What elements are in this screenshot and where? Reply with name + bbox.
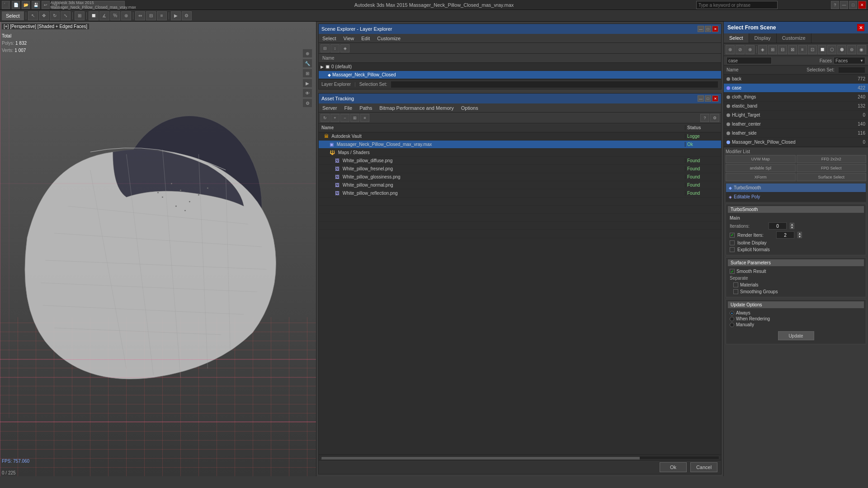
at-row-texture-2[interactable]: 🖼 White_pillow_glossiness.png Found [319, 173, 721, 181]
snap-toggle-icon[interactable]: 🔲 [89, 11, 99, 20]
se-display-icon[interactable]: ◈ [340, 44, 349, 52]
mod-tab-fpd[interactable]: FPD Select [797, 164, 867, 172]
sfs-filter9-icon[interactable]: ⬢ [837, 45, 846, 54]
display-icon[interactable]: 👁 [302, 89, 312, 98]
mod-tab-ffd[interactable]: FFD 2x2x2 [797, 155, 867, 163]
close-btn[interactable]: ✕ [858, 1, 866, 9]
ok-button[interactable]: Ok [660, 462, 687, 472]
ts-render-up[interactable]: ▲ [797, 232, 802, 235]
rotate-icon[interactable]: ↻ [50, 11, 60, 20]
at-close-btn[interactable]: ✕ [712, 95, 718, 102]
at-menu-paths[interactable]: Paths [356, 103, 376, 113]
at-row-texture-4[interactable]: 🖼 White_pillow_reflection.png Found [319, 189, 721, 197]
align-icon[interactable]: ⊟ [146, 11, 156, 20]
undo-icon[interactable]: ↩ [42, 1, 50, 9]
sfs-close-btn[interactable]: ✕ [857, 24, 864, 31]
se-maximize-btn[interactable]: □ [705, 26, 711, 32]
at-menu-server[interactable]: Server [319, 103, 340, 113]
at-add-icon[interactable]: + [330, 114, 340, 122]
app-icon[interactable]: ⬛ [2, 1, 10, 9]
ts-render-checkbox[interactable] [730, 233, 735, 238]
sfs-filter2-icon[interactable]: ⊞ [768, 45, 777, 54]
ts-iter-up[interactable]: ▲ [790, 223, 794, 226]
maximize-btn[interactable]: □ [849, 1, 857, 9]
minimize-btn[interactable]: — [840, 1, 848, 9]
motion-icon[interactable]: ▶ [302, 79, 312, 88]
sfs-tab-display[interactable]: Display [749, 33, 777, 43]
ts-iter-down[interactable]: ▼ [790, 226, 794, 229]
sfs-filter1-icon[interactable]: ◈ [758, 45, 767, 54]
at-minimize-btn[interactable]: — [698, 95, 704, 102]
search-input[interactable] [696, 1, 778, 9]
utilities-icon[interactable]: ⚙ [302, 99, 312, 108]
ts-render-value[interactable]: 2 [776, 231, 794, 239]
faces-dropdown[interactable]: Faces ▼ [834, 57, 865, 64]
se-menu-view[interactable]: View [340, 34, 358, 43]
sfs-filter8-icon[interactable]: ⬡ [827, 45, 836, 54]
sfs-all-icon[interactable]: ⊛ [726, 45, 735, 54]
sp-smooth-checkbox[interactable] [730, 269, 735, 274]
select-object-icon[interactable]: ↖ [28, 11, 38, 20]
mod-editablepoly[interactable]: ◈ Editable Poly [726, 192, 866, 202]
save-icon[interactable]: 💾 [32, 1, 40, 9]
se-sort-icon[interactable]: ↕ [330, 44, 340, 52]
tree-row-default[interactable]: ▶ 🔲 0 (default) [319, 63, 721, 71]
uo-manually-radio[interactable] [730, 323, 734, 327]
at-row-maps[interactable]: 🔱 Maps / Shaders [319, 149, 721, 157]
move-icon[interactable]: ✥ [39, 11, 49, 20]
tree-row-object[interactable]: ◆ Massager_Neck_Pillow_Closed [319, 71, 721, 79]
sfs-item-leather-center[interactable]: leather_center 140 [724, 120, 868, 129]
ts-render-spinners[interactable]: ▲ ▼ [797, 232, 802, 238]
sfs-selection-set-input[interactable] [838, 67, 865, 73]
sfs-filter6-icon[interactable]: ⊡ [808, 45, 817, 54]
se-menu-customize[interactable]: Customize [373, 34, 404, 43]
angle-snap-icon[interactable]: ∡ [99, 11, 109, 20]
se-minimize-btn[interactable]: — [698, 26, 704, 32]
mod-turbosmooth[interactable]: ◆ TurboSmooth [726, 183, 866, 192]
mod-tab-uvw[interactable]: UVW Map [726, 155, 796, 163]
ts-iter-value[interactable]: 0 [769, 222, 787, 230]
render-setup-icon[interactable]: ⚙ [182, 11, 192, 20]
at-row-texture-1[interactable]: 🖼 White_pillow_fresnel.png Found [319, 165, 721, 173]
render-icon[interactable]: ▶ [171, 11, 181, 20]
mirror-icon[interactable]: ⇔ [135, 11, 145, 20]
ts-isoline-checkbox[interactable] [730, 240, 735, 245]
sfs-none-icon[interactable]: ⊘ [736, 45, 745, 54]
sp-smoothing-checkbox[interactable] [733, 289, 738, 294]
sfs-filter7-icon[interactable]: 🔲 [818, 45, 827, 54]
sfs-item-cloth[interactable]: cloth_things 240 [724, 93, 868, 102]
spinner-snap-icon[interactable]: ⊛ [121, 11, 131, 20]
uo-update-button[interactable]: Update [778, 331, 814, 340]
sfs-filter5-icon[interactable]: ≡ [798, 45, 807, 54]
percent-snap-icon[interactable]: % [110, 11, 120, 20]
se-filter-icon[interactable]: ⊟ [321, 44, 330, 52]
sfs-invert-icon[interactable]: ⊕ [745, 45, 755, 54]
filename-btn[interactable]: Autodesk 3ds Max 2015 Massager_Neck_Pill… [61, 1, 125, 9]
hierarchy-icon[interactable]: ⊞ [302, 69, 312, 78]
mod-tab-xform[interactable]: XForm [726, 173, 796, 181]
sfs-filter11-icon[interactable]: ◉ [857, 45, 866, 54]
ts-iter-spinners[interactable]: ▲ ▼ [790, 223, 794, 229]
se-menu-select[interactable]: Select [319, 34, 340, 43]
at-remove-icon[interactable]: − [340, 114, 349, 122]
sfs-filter4-icon[interactable]: ⊠ [788, 45, 797, 54]
at-row-texture-3[interactable]: 🖼 White_pillow_normal.png Found [319, 181, 721, 189]
sfs-item-massager[interactable]: Massager_Neck_Pillow_Closed 0 [724, 138, 868, 147]
at-scrollbar[interactable] [319, 455, 721, 460]
ts-render-down[interactable]: ▼ [797, 235, 802, 238]
help-icon[interactable]: ? [831, 1, 839, 9]
sp-materials-checkbox[interactable] [733, 282, 738, 287]
sfs-item-hlight[interactable]: HLight_Target 0 [724, 111, 868, 120]
sfs-item-back[interactable]: back 772 [724, 75, 868, 84]
at-menu-options[interactable]: Options [458, 103, 482, 113]
se-close-btn[interactable]: ✕ [712, 26, 718, 32]
new-icon[interactable]: 📄 [12, 1, 20, 9]
at-menu-bitmap[interactable]: Bitmap Performance and Memory [376, 103, 457, 113]
uo-always-radio[interactable] [730, 311, 734, 315]
open-icon[interactable]: 📂 [22, 1, 30, 9]
modify-icon[interactable]: 🔧 [302, 59, 312, 68]
se-menu-edit[interactable]: Edit [358, 34, 373, 43]
sfs-item-elastic[interactable]: elastic_band 132 [724, 102, 868, 111]
sfs-tab-select[interactable]: Select [724, 33, 749, 43]
sfs-filter3-icon[interactable]: ⊟ [778, 45, 787, 54]
